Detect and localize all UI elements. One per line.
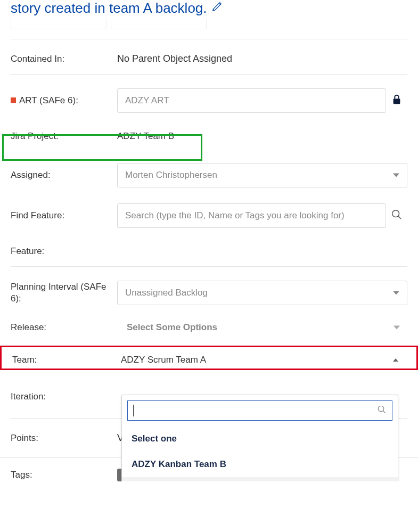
search-icon [377, 405, 387, 416]
svg-line-2 [398, 216, 401, 219]
svg-line-4 [383, 411, 386, 413]
edit-pencil-icon[interactable] [211, 1, 223, 14]
planning-interval-dropdown[interactable]: Unassigned Backlog [117, 281, 407, 305]
team-dropdown-select-one[interactable]: Select one [122, 426, 398, 452]
required-indicator-icon [11, 97, 16, 103]
chevron-up-icon [393, 358, 398, 362]
svg-point-3 [378, 406, 384, 412]
art-field[interactable]: ADZY ART [117, 88, 386, 113]
chevron-down-icon [393, 291, 399, 295]
art-label: ART (SAFe 6): [11, 95, 117, 106]
contained-in-label: Contained In: [11, 54, 117, 64]
jira-project-value: ADZY Team B [117, 131, 174, 142]
points-label: Points: [11, 433, 117, 444]
iteration-label: Iteration: [11, 391, 117, 402]
team-label: Team: [8, 355, 121, 365]
chevron-down-icon [394, 326, 400, 330]
find-feature-label: Find Feature: [11, 210, 117, 221]
jira-project-label: Jira Project: [11, 131, 117, 142]
chevron-down-icon [393, 174, 399, 177]
release-dropdown[interactable]: Select Some Options [117, 320, 407, 335]
team-dropdown-search-input[interactable] [127, 400, 392, 421]
tab-placeholder-row [0, 19, 418, 29]
find-feature-input[interactable]: Search (type the ID, Name or Tags you ar… [117, 203, 386, 228]
lock-icon [391, 94, 403, 108]
tags-label: Tags: [11, 470, 117, 480]
team-highlight-box: Team: ADZY Scrum Team A [0, 346, 418, 370]
svg-point-1 [392, 210, 399, 217]
feature-label: Feature: [11, 246, 117, 257]
assigned-label: Assigned: [11, 170, 117, 181]
team-dropdown-option[interactable]: ADZY Kanban Team B [122, 452, 398, 477]
contained-in-value: No Parent Object Assigned [117, 53, 232, 64]
team-dropdown-option[interactable]: ADZY Scrum Team A [122, 477, 398, 481]
page-title: story created in team A backlog. [11, 0, 207, 17]
planning-interval-label: Planning Interval (SAFe 6): [11, 281, 117, 305]
team-dropdown[interactable]: ADZY Scrum Team A [121, 355, 406, 365]
team-dropdown-panel: Select one ADZY Kanban Team B ADZY Scrum… [121, 395, 398, 481]
assigned-dropdown[interactable]: Morten Christophersen [117, 163, 407, 187]
text-cursor [133, 405, 134, 416]
release-label: Release: [11, 322, 117, 333]
ghost-box [111, 19, 207, 29]
svg-rect-0 [394, 99, 400, 104]
ghost-box [11, 19, 106, 29]
search-icon[interactable] [391, 209, 403, 223]
